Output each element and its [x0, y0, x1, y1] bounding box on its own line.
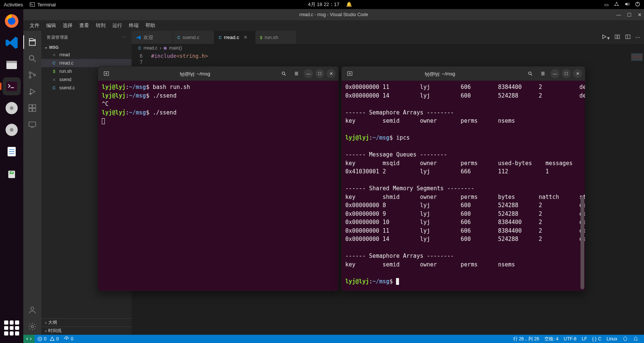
status-indent[interactable]: 空格: 4 [542, 336, 561, 342]
dock-terminal[interactable] [3, 77, 21, 95]
menu-item[interactable]: 运行 [109, 21, 125, 30]
terminal-content[interactable]: 0x00000000 11 lyj 606 8384400 2 dest 0x0… [342, 81, 585, 291]
dock-notes[interactable] [3, 143, 21, 161]
window-minimize[interactable]: — [616, 12, 621, 18]
status-cursor[interactable]: 行 26，列 26 [511, 336, 542, 342]
term-search-icon[interactable] [525, 68, 535, 79]
folder-header[interactable]: ⌄ MSG [41, 44, 132, 51]
tabs-row: 欢迎Cssend.cCrread.c✕$run.sh ▾ ⋯ [132, 31, 644, 44]
term-close[interactable]: ✕ [573, 69, 582, 78]
layout-icon[interactable] [625, 34, 631, 41]
editor-tab[interactable]: Cssend.c [173, 31, 214, 44]
status-eol[interactable]: LF [579, 336, 590, 342]
term-menu-icon[interactable] [538, 68, 548, 79]
svg-point-54 [529, 72, 531, 75]
activity-bar [23, 31, 41, 335]
svg-rect-0 [30, 3, 35, 7]
term-titlebar: lyj@lyj: ~/msg — ☐ ✕ [98, 66, 339, 81]
activity-debug[interactable] [23, 83, 41, 100]
menu-item[interactable]: 文件 [26, 21, 43, 30]
svg-point-33 [31, 307, 34, 310]
file-name: rread.c [59, 60, 73, 66]
dock-firefox[interactable] [3, 12, 21, 30]
term-search-icon[interactable] [278, 68, 289, 79]
outline-section[interactable]: ›大纲 [41, 318, 132, 326]
status-lang[interactable]: { } C [590, 336, 604, 342]
svg-line-47 [284, 74, 286, 76]
network-icon[interactable] [614, 2, 619, 8]
explorer-title: 资源管理器 [47, 35, 68, 40]
editor-tab[interactable]: $run.sh [255, 31, 297, 44]
activity-remote[interactable] [23, 116, 41, 133]
statusbar: 0 0 0 行 26，列 26 空格: 4 UTF-8 LF { } C Lin… [23, 335, 644, 343]
clock[interactable]: 4月 18 22：17 [308, 2, 339, 7]
dock-files[interactable] [3, 56, 21, 74]
svg-rect-37 [626, 35, 630, 39]
term-minimize[interactable]: — [550, 69, 559, 78]
activity-scm[interactable] [23, 67, 41, 83]
power-icon[interactable] [635, 2, 640, 8]
minimap[interactable] [631, 53, 642, 61]
dock-disc1[interactable] [3, 99, 21, 117]
activity-explorer[interactable] [23, 34, 41, 50]
term-new-tab[interactable] [345, 68, 355, 79]
term-menu-icon[interactable] [291, 68, 302, 79]
input-source-icon[interactable]: ▭ [604, 2, 609, 8]
code-editor[interactable]: 6 #include <string.h> 7 [132, 52, 644, 66]
explorer-more-icon[interactable]: ⋯ [122, 35, 127, 40]
activity-search[interactable] [23, 50, 41, 67]
window-maximize[interactable]: ☐ [627, 12, 632, 18]
term-minimize[interactable]: — [304, 69, 313, 78]
term-maximize[interactable]: ☐ [562, 69, 571, 78]
file-name: run.sh [59, 69, 72, 74]
window-close[interactable]: ✕ [638, 12, 642, 18]
file-icon: ≡ [51, 77, 57, 82]
menu-item[interactable]: 帮助 [142, 21, 159, 30]
status-errors[interactable]: 0 0 [35, 335, 61, 343]
activities-button[interactable]: Activities [4, 2, 23, 8]
volume-icon[interactable] [624, 2, 630, 8]
svg-point-24 [29, 77, 31, 78]
dock-trash[interactable] [3, 164, 21, 182]
terminal-scrollbar[interactable] [581, 81, 584, 289]
file-name: ssend [59, 77, 71, 82]
close-icon[interactable]: ✕ [243, 35, 248, 40]
status-ports[interactable]: 0 [61, 335, 76, 343]
svg-line-55 [531, 74, 532, 76]
menu-item[interactable]: 查看 [76, 21, 92, 30]
remote-indicator[interactable] [23, 335, 35, 343]
menu-item[interactable]: 选择 [59, 21, 76, 30]
more-icon[interactable]: ⋯ [635, 35, 640, 40]
notification-icon[interactable]: 🔔 [346, 2, 352, 7]
menu-item[interactable]: 终端 [125, 21, 142, 30]
svg-point-23 [29, 72, 31, 74]
status-bell-icon[interactable] [630, 336, 641, 342]
menu-item[interactable]: 编辑 [43, 21, 59, 30]
svg-rect-10 [6, 81, 17, 91]
status-feedback-icon[interactable] [620, 336, 630, 342]
term-new-tab[interactable] [101, 68, 112, 79]
activity-settings[interactable] [23, 318, 41, 335]
terminal-content[interactable]: lyj@lyj:~/msg$ bash run.sh lyj@lyj:~/msg… [98, 81, 339, 291]
split-icon[interactable] [614, 34, 620, 41]
activity-extensions[interactable] [23, 100, 41, 116]
editor-tab[interactable]: 欢迎 [132, 31, 173, 44]
term-close[interactable]: ✕ [327, 69, 336, 78]
term-titlebar: lyj@lyj: ~/msg — ☐ ✕ [342, 66, 585, 81]
dock-vscode[interactable] [3, 34, 21, 52]
dock-show-apps[interactable] [4, 320, 19, 335]
app-menu[interactable]: Terminal [30, 2, 56, 8]
editor-tab[interactable]: Crread.c✕ [214, 31, 255, 44]
svg-rect-27 [29, 105, 32, 108]
timeline-section[interactable]: ›时间线 [41, 326, 132, 335]
term-maximize[interactable]: ☐ [315, 69, 324, 78]
menu-item[interactable]: 转到 [92, 21, 109, 30]
status-os[interactable]: Linux [604, 336, 620, 342]
status-encoding[interactable]: UTF-8 [561, 336, 579, 342]
file-tree-item[interactable]: ≡rread [41, 51, 132, 59]
run-icon[interactable]: ▾ [601, 34, 610, 41]
breadcrumb[interactable]: C rread.c › ⊕ main() [132, 44, 644, 52]
activity-account[interactable] [23, 302, 41, 318]
dock-disc2[interactable] [3, 121, 21, 139]
file-icon: ≡ [51, 53, 57, 57]
